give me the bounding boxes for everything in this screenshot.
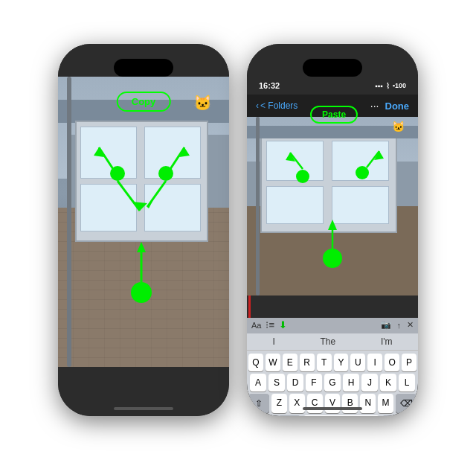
right-phone: 16:32 ▪▪▪ ⌇ ▪100 ‹ < Folders Paste ··· D… bbox=[247, 44, 418, 416]
back-button[interactable]: ‹ < Folders bbox=[256, 100, 298, 111]
signal-icon: ▪▪▪ bbox=[375, 82, 383, 90]
left-phone: Copy 🐱 bbox=[58, 44, 229, 416]
done-button[interactable]: Done bbox=[385, 100, 410, 112]
key-f[interactable]: F bbox=[306, 374, 322, 392]
status-time: 16:32 bbox=[259, 81, 280, 90]
folders-label: < Folders bbox=[260, 100, 298, 111]
pred-word-1[interactable]: I bbox=[266, 335, 280, 348]
key-space[interactable]: space bbox=[303, 415, 379, 416]
key-b[interactable]: B bbox=[342, 394, 358, 413]
key-d[interactable]: D bbox=[287, 374, 303, 392]
home-bar-right bbox=[303, 407, 362, 410]
key-a[interactable]: A bbox=[250, 374, 266, 392]
home-bar-left bbox=[114, 407, 173, 410]
bullets-button[interactable]: ⁝≡ bbox=[266, 319, 274, 330]
camera-toolbar-button[interactable]: 📷 bbox=[381, 320, 391, 330]
keyboard-toolbar: Aa ⁝≡ ⬇ 📷 ↑ ✕ bbox=[247, 318, 418, 333]
key-o[interactable]: O bbox=[385, 354, 399, 371]
pred-word-3[interactable]: I'm bbox=[375, 335, 399, 348]
photo-scene-right: 🐱 bbox=[247, 117, 418, 296]
key-c[interactable]: C bbox=[307, 394, 323, 413]
keyboard-row-4: 123 ☺ space return bbox=[248, 415, 416, 416]
format-button[interactable]: Aa bbox=[251, 321, 261, 330]
key-u[interactable]: U bbox=[350, 354, 365, 371]
key-w[interactable]: W bbox=[266, 354, 280, 371]
key-h[interactable]: H bbox=[343, 374, 359, 392]
key-delete[interactable]: ⌫ bbox=[396, 394, 416, 413]
key-l[interactable]: L bbox=[399, 374, 415, 392]
pred-word-2[interactable]: The bbox=[315, 335, 342, 348]
keyboard-row-1: Q W E R T Y U I O P bbox=[248, 354, 416, 371]
dynamic-island-right bbox=[303, 59, 362, 77]
key-e[interactable]: E bbox=[283, 354, 298, 371]
chevron-left-icon: ‹ bbox=[256, 100, 259, 111]
upload-button[interactable]: ↑ bbox=[397, 321, 402, 330]
key-x[interactable]: X bbox=[289, 394, 305, 413]
key-return[interactable]: return bbox=[382, 415, 416, 416]
key-z[interactable]: Z bbox=[271, 394, 287, 413]
status-bar: 16:32 ▪▪▪ ⌇ ▪100 bbox=[247, 77, 418, 95]
key-k[interactable]: K bbox=[380, 374, 396, 392]
key-emoji[interactable]: ☺ bbox=[278, 415, 300, 416]
key-i[interactable]: I bbox=[367, 354, 382, 371]
key-m[interactable]: M bbox=[378, 394, 393, 413]
keyboard-row-3: ⇧ Z X C V B N M ⌫ bbox=[248, 394, 416, 413]
key-y[interactable]: Y bbox=[334, 354, 349, 371]
key-j[interactable]: J bbox=[361, 374, 378, 392]
close-toolbar-button[interactable]: ✕ bbox=[407, 320, 414, 330]
nav-bar: ‹ < Folders Paste ··· Done bbox=[247, 95, 418, 117]
key-123[interactable]: 123 bbox=[248, 415, 275, 416]
dynamic-island-left bbox=[114, 59, 173, 77]
photo-scene-left: 🐱 bbox=[58, 77, 229, 367]
paste-inline-button[interactable]: ⬇ bbox=[279, 319, 287, 330]
status-icons: ▪▪▪ ⌇ ▪100 bbox=[375, 82, 406, 90]
key-g[interactable]: G bbox=[324, 374, 341, 392]
more-button[interactable]: ··· bbox=[370, 100, 379, 112]
battery-icon: ▪100 bbox=[393, 82, 406, 89]
copy-button[interactable]: Copy bbox=[117, 92, 171, 112]
keyboard: Q W E R T Y U I O P A S D F G H J K bbox=[247, 351, 418, 416]
wifi-icon: ⌇ bbox=[386, 82, 390, 90]
keyboard-row-2: A S D F G H J K L bbox=[248, 374, 416, 392]
key-t[interactable]: T bbox=[317, 354, 332, 371]
key-n[interactable]: N bbox=[360, 394, 376, 413]
key-s[interactable]: S bbox=[268, 374, 285, 392]
predictive-bar: I The I'm bbox=[247, 333, 418, 351]
key-q[interactable]: Q bbox=[248, 354, 263, 371]
key-shift[interactable]: ⇧ bbox=[248, 394, 269, 413]
paste-button[interactable]: Paste bbox=[310, 106, 358, 124]
nav-actions: ··· Done bbox=[370, 100, 409, 112]
key-v[interactable]: V bbox=[325, 394, 341, 413]
key-r[interactable]: R bbox=[300, 354, 315, 371]
key-p[interactable]: P bbox=[402, 354, 416, 371]
